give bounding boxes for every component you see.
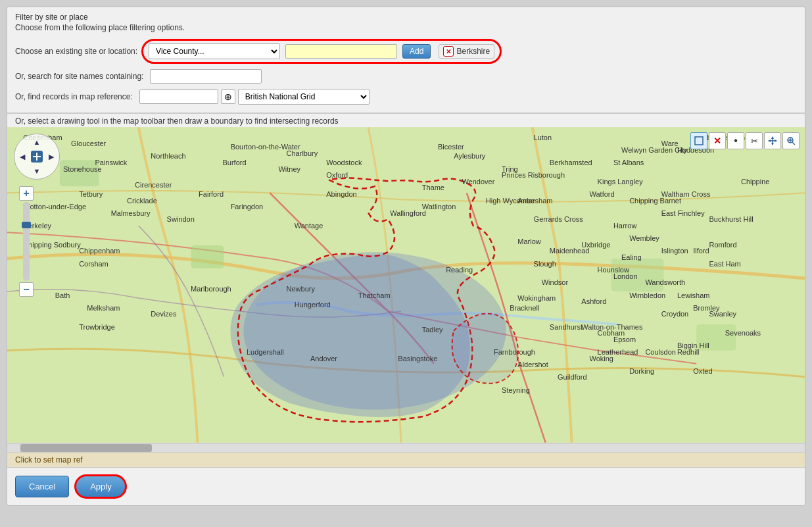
scrollbar-thumb[interactable] xyxy=(20,444,152,452)
zoom-controls: + − xyxy=(19,186,34,297)
tag-label: Berkshire xyxy=(456,47,490,56)
existing-site-row: Choose an existing site or location: Vic… xyxy=(15,39,797,64)
pan-down-button[interactable]: ▼ xyxy=(30,164,43,178)
zoom-in-button[interactable]: + xyxy=(19,186,34,201)
svg-rect-6 xyxy=(696,324,736,351)
site-selection-highlight: Vice County... County Parish Town Add ✕ … xyxy=(141,39,502,64)
toolbar-clear-button[interactable]: ✕ xyxy=(709,132,726,149)
nav-controls: ▲ ▼ ◀ ▶ xyxy=(14,134,60,180)
zoom-out-button[interactable]: − xyxy=(19,282,34,297)
svg-rect-4 xyxy=(191,245,224,268)
map-ref-label: Or, find records in map reference: xyxy=(15,92,133,101)
map-ref-input[interactable] xyxy=(139,89,218,104)
scissors-icon: ✂ xyxy=(751,136,758,146)
svg-line-18 xyxy=(792,142,795,145)
filter-section: Filter by site or place Choose from the … xyxy=(7,7,805,113)
toolbar-scissors-button[interactable]: ✂ xyxy=(746,132,763,149)
map-ref-text: Click to set map ref xyxy=(15,455,83,464)
site-name-label: Or, search for site names containing: xyxy=(15,72,143,81)
select-icon xyxy=(694,136,704,145)
zoom-thumb[interactable] xyxy=(22,222,31,228)
toolbar-dot-button[interactable]: • xyxy=(727,132,744,149)
map-area[interactable]: OxfordGloucesterCheltenhamNorthleachBurf… xyxy=(7,127,805,443)
apply-button[interactable]: Apply xyxy=(74,474,127,499)
svg-marker-13 xyxy=(771,136,774,139)
site-name-input[interactable] xyxy=(150,69,262,84)
nav-center-icon xyxy=(33,153,41,161)
zoom-track xyxy=(23,202,30,281)
svg-marker-15 xyxy=(768,139,771,142)
nav-center[interactable] xyxy=(31,151,43,163)
zoom-icon xyxy=(786,136,796,145)
bottom-buttons: Cancel Apply xyxy=(7,467,805,505)
berkshire-tag: ✕ Berkshire xyxy=(439,44,494,59)
svg-marker-14 xyxy=(771,143,774,145)
pan-up-button[interactable]: ▲ xyxy=(30,136,43,149)
map-ref-row: Or, find records in map reference: ⊕ Bri… xyxy=(15,89,797,105)
compass-icon[interactable]: ⊕ xyxy=(221,89,235,104)
move-icon xyxy=(768,136,777,145)
map-toolbar: ✕ • ✂ xyxy=(690,132,800,149)
map-svg xyxy=(7,127,805,443)
toolbar-zoom-button[interactable] xyxy=(782,132,800,149)
map-ref-bar: Click to set map ref xyxy=(7,452,805,467)
filter-title: Filter by site or place xyxy=(15,13,797,22)
nav-circle: ▲ ▼ ◀ ▶ xyxy=(14,134,60,180)
horizontal-scrollbar[interactable] xyxy=(7,443,805,452)
pan-left-button[interactable]: ◀ xyxy=(16,150,29,163)
clear-icon: ✕ xyxy=(713,136,721,146)
svg-rect-3 xyxy=(60,160,99,186)
grid-select[interactable]: British National Grid Irish National Gri… xyxy=(238,89,370,105)
add-button[interactable]: Add xyxy=(402,44,431,59)
toolbar-move-button[interactable] xyxy=(764,132,781,149)
cancel-button[interactable]: Cancel xyxy=(15,476,69,497)
location-input[interactable] xyxy=(285,44,397,59)
location-type-select[interactable]: Vice County... County Parish Town xyxy=(149,43,280,59)
dot-icon: • xyxy=(734,135,738,147)
svg-marker-16 xyxy=(775,139,777,142)
existing-site-label: Choose an existing site or location: xyxy=(15,47,137,56)
svg-rect-5 xyxy=(611,259,663,291)
pan-right-button[interactable]: ▶ xyxy=(45,150,58,163)
filter-subtitle: Choose from the following place filterin… xyxy=(15,23,797,32)
site-name-search-row: Or, search for site names containing: xyxy=(15,69,797,84)
tag-remove-button[interactable]: ✕ xyxy=(443,46,454,57)
main-container: Filter by site or place Choose from the … xyxy=(7,7,805,506)
toolbar-select-button[interactable] xyxy=(690,132,707,149)
drawing-label: Or, select a drawing tool in the map too… xyxy=(7,113,805,127)
